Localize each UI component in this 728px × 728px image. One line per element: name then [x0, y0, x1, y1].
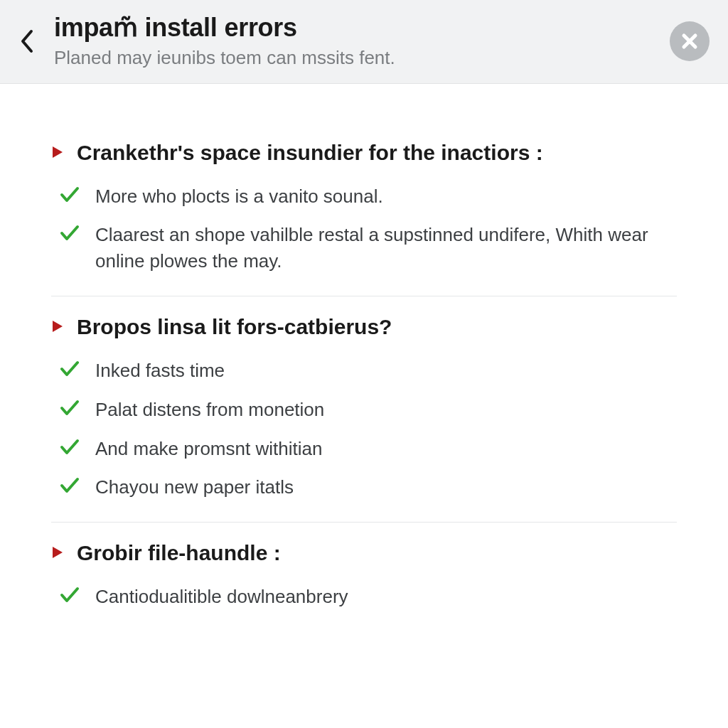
check-icon — [60, 186, 80, 203]
section-items: More who plocts is a vanito sounal. Claa… — [54, 183, 677, 275]
list-item-text: Inked fasts time — [95, 358, 225, 384]
section: Crankethr's space insundier for the inac… — [51, 127, 677, 296]
expand-triangle-icon — [51, 319, 64, 333]
expand-triangle-icon — [51, 145, 64, 159]
list-item: Claarest an shope vahilble restal a sups… — [54, 222, 677, 274]
close-button[interactable] — [670, 21, 710, 61]
section: Bropos linsa lit fors-catbierus? Inked f… — [51, 296, 677, 522]
list-item-text: And make promsnt withitian — [95, 436, 322, 462]
header-bar: impam̃ install errors Planed may ieunibs… — [0, 0, 728, 84]
section-title: Grobir file-haundle : — [77, 540, 281, 567]
title-word-1: impam̃ — [54, 13, 138, 43]
check-icon — [60, 225, 80, 242]
section-items: Cantiodualitible dowlneanbrery — [54, 584, 677, 610]
list-item-text: Chayou new paper itatls — [95, 474, 294, 500]
page-subtitle: Planed may ieunibs toem can mssits fent. — [54, 47, 657, 69]
expand-triangle-icon — [51, 545, 64, 560]
section-header[interactable]: Crankethr's space insundier for the inac… — [51, 139, 677, 166]
check-icon — [60, 439, 80, 456]
section-header[interactable]: Grobir file-haundle : — [51, 540, 677, 567]
close-icon — [680, 32, 699, 50]
chevron-left-icon — [18, 28, 36, 54]
check-icon — [60, 477, 80, 494]
section: Grobir file-haundle : Cantiodualitible d… — [51, 522, 677, 631]
svg-marker-4 — [53, 547, 63, 558]
section-items: Inked fasts time Palat distens from mone… — [54, 358, 677, 501]
back-button[interactable] — [13, 21, 41, 61]
svg-marker-3 — [53, 321, 63, 332]
content-area: Crankethr's space insundier for the inac… — [0, 84, 728, 660]
list-item: Palat distens from monetion — [54, 397, 677, 423]
list-item: Cantiodualitible dowlneanbrery — [54, 584, 677, 610]
check-icon — [60, 587, 80, 604]
list-item: More who plocts is a vanito sounal. — [54, 183, 677, 210]
list-item-text: Cantiodualitible dowlneanbrery — [95, 584, 348, 610]
section-title: Bropos linsa lit fors-catbierus? — [77, 314, 392, 341]
list-item-text: Palat distens from monetion — [95, 397, 324, 423]
section-header[interactable]: Bropos linsa lit fors-catbierus? — [51, 314, 677, 341]
title-word-3: errors — [224, 13, 296, 43]
list-item-text: Claarest an shope vahilble restal a sups… — [95, 222, 650, 274]
svg-marker-2 — [53, 146, 63, 158]
section-title: Crankethr's space insundier for the inac… — [77, 139, 543, 166]
list-item: Inked fasts time — [54, 358, 677, 384]
check-icon — [60, 400, 80, 417]
list-item: Chayou new paper itatls — [54, 474, 677, 500]
title-word-2: install — [145, 13, 218, 43]
list-item-text: More who plocts is a vanito sounal. — [95, 183, 383, 210]
list-item: And make promsnt withitian — [54, 436, 677, 462]
header-titles: impam̃ install errors Planed may ieunibs… — [54, 13, 657, 69]
page-title: impam̃ install errors — [54, 13, 657, 43]
check-icon — [60, 360, 80, 378]
